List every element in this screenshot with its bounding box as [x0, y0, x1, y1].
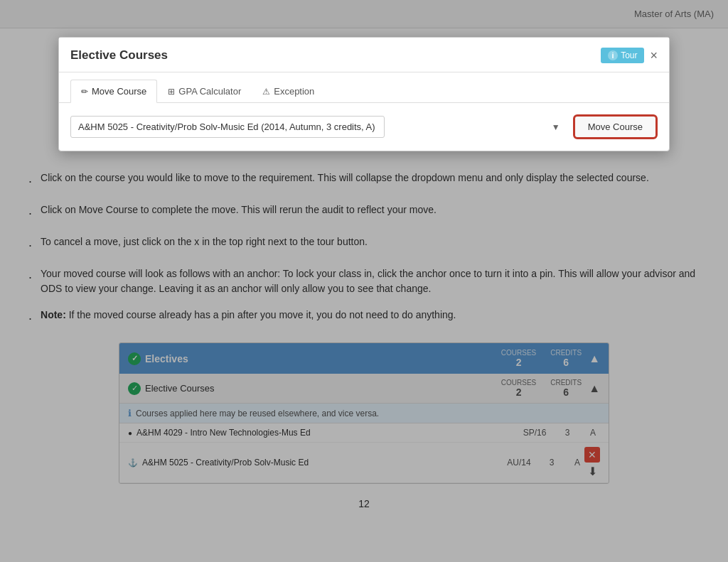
modal-header: Elective Courses i Tour ×	[59, 38, 669, 72]
modal-header-right: i Tour ×	[601, 48, 658, 72]
tab-gpa-label: GPA Calculator	[178, 86, 241, 97]
modal-tabs: ✏ Move Course ⊞ GPA Calculator ⚠ Excepti…	[59, 72, 669, 103]
modal-body: A&HM 5025 - Creativity/Prob Solv-Music E…	[59, 103, 669, 151]
course-select[interactable]: A&HM 5025 - Creativity/Prob Solv-Music E…	[70, 116, 385, 138]
tab-move-course-label: Move Course	[92, 86, 146, 97]
calculator-icon: ⊞	[168, 87, 175, 97]
course-select-wrapper: A&HM 5025 - Creativity/Prob Solv-Music E…	[70, 116, 566, 138]
modal-dialog: Elective Courses i Tour × ✏ Move Course …	[58, 37, 670, 151]
tab-gpa-calculator[interactable]: ⊞ GPA Calculator	[157, 80, 252, 103]
tab-move-course[interactable]: ✏ Move Course	[70, 80, 157, 103]
tab-exception[interactable]: ⚠ Exception	[252, 80, 325, 103]
tour-button[interactable]: i Tour	[601, 48, 644, 63]
tour-button-label: Tour	[621, 50, 637, 60]
close-button[interactable]: ×	[650, 49, 658, 62]
warning-icon: ⚠	[262, 87, 270, 97]
tab-exception-label: Exception	[274, 86, 314, 97]
pencil-icon: ✏	[81, 87, 88, 97]
chevron-down-icon: ▼	[552, 122, 560, 132]
info-circle-icon: i	[608, 50, 618, 60]
modal-title: Elective Courses	[70, 48, 168, 71]
move-course-button[interactable]: Move Course	[573, 114, 658, 139]
